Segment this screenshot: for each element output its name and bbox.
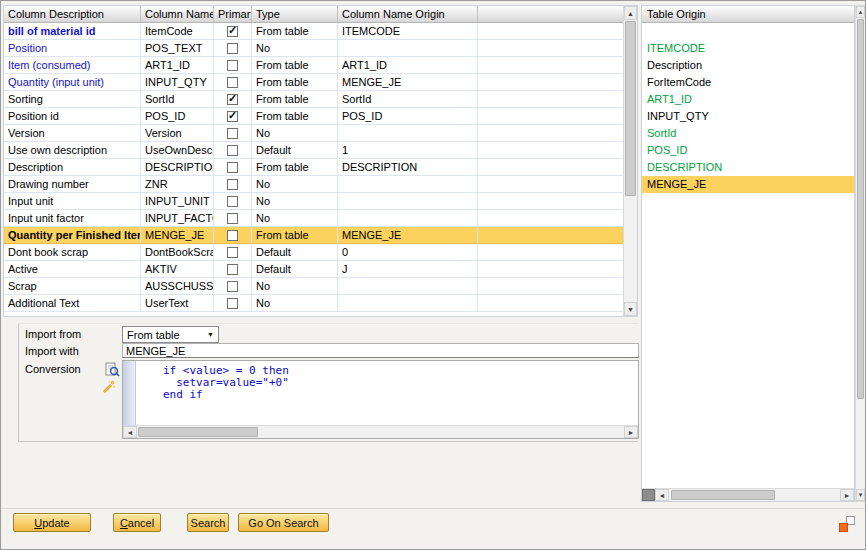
- wizard-wand-icon[interactable]: [101, 380, 116, 395]
- editor-horizontal-scrollbar[interactable]: ◄ ►: [123, 425, 638, 438]
- cell-column-name-origin[interactable]: 0: [338, 244, 478, 261]
- chevron-down-icon[interactable]: ▼: [207, 331, 218, 338]
- panel-scroll-thumb[interactable]: [857, 19, 864, 399]
- origin-list-item[interactable]: ForItemCode: [642, 74, 854, 91]
- scroll-right-icon[interactable]: ►: [840, 489, 854, 501]
- cell-column-description[interactable]: Quantity per Finished Item: [4, 227, 141, 244]
- cell-column-name[interactable]: DESCRIPTION: [141, 159, 214, 176]
- origin-list-item[interactable]: SortId: [642, 125, 854, 142]
- col-header-type[interactable]: Type: [252, 6, 338, 22]
- cell-type[interactable]: From table: [252, 227, 338, 244]
- cell-column-description[interactable]: Position: [4, 40, 141, 57]
- scroll-up-icon[interactable]: ▲: [856, 6, 865, 18]
- cell-column-name-origin[interactable]: [338, 295, 478, 312]
- grid-row[interactable]: Additional Text UserText No: [4, 295, 623, 312]
- cell-column-name[interactable]: AKTIV: [141, 261, 214, 278]
- cell-type[interactable]: From table: [252, 108, 338, 125]
- primary-checkbox[interactable]: [227, 43, 238, 54]
- cell-column-description[interactable]: Input unit factor: [4, 210, 141, 227]
- col-header-column-name[interactable]: Column Name: [141, 6, 214, 22]
- import-from-select[interactable]: From table ▼: [122, 326, 219, 343]
- cell-column-name[interactable]: INPUT_UNIT: [141, 193, 214, 210]
- cell-type[interactable]: From table: [252, 91, 338, 108]
- primary-checkbox[interactable]: [227, 298, 238, 309]
- cell-column-name[interactable]: SortId: [141, 91, 214, 108]
- cell-column-name-origin[interactable]: [338, 278, 478, 295]
- conversion-code-editor[interactable]: if <value> = 0 then setvar=value="+0" en…: [122, 360, 639, 439]
- primary-checkbox[interactable]: [227, 230, 238, 241]
- cell-type[interactable]: No: [252, 176, 338, 193]
- cell-column-name-origin[interactable]: MENGE_JE: [338, 74, 478, 91]
- cell-type[interactable]: From table: [252, 57, 338, 74]
- primary-checkbox[interactable]: [227, 128, 238, 139]
- grid-row[interactable]: Description DESCRIPTION From table DESCR…: [4, 159, 623, 176]
- origin-list-item[interactable]: INPUT_QTY: [642, 108, 854, 125]
- primary-checkbox[interactable]: [227, 77, 238, 88]
- grid-row[interactable]: Active AKTIV Default J: [4, 261, 623, 278]
- grid-scroll-track[interactable]: [624, 20, 637, 302]
- cell-column-description[interactable]: Scrap: [4, 278, 141, 295]
- grid-row[interactable]: Item (consumed) ART1_ID From table ART1_…: [4, 57, 623, 74]
- cell-column-description[interactable]: Sorting: [4, 91, 141, 108]
- cell-column-name[interactable]: POS_ID: [141, 108, 214, 125]
- cancel-button[interactable]: Cancel: [113, 513, 161, 532]
- cell-type[interactable]: No: [252, 125, 338, 142]
- cell-column-description[interactable]: Version: [4, 125, 141, 142]
- cell-type[interactable]: Default: [252, 261, 338, 278]
- cell-column-name[interactable]: POS_TEXT: [141, 40, 214, 57]
- cell-type[interactable]: No: [252, 210, 338, 227]
- cell-column-description[interactable]: Drawing number: [4, 176, 141, 193]
- cell-column-description[interactable]: Dont book scrap: [4, 244, 141, 261]
- cell-column-name-origin[interactable]: MENGE_JE: [338, 227, 478, 244]
- cell-column-name[interactable]: Version: [141, 125, 214, 142]
- grid-row[interactable]: Scrap AUSSCHUSS No: [4, 278, 623, 295]
- cell-column-description[interactable]: Use own description: [4, 142, 141, 159]
- cell-column-name[interactable]: ZNR: [141, 176, 214, 193]
- cell-type[interactable]: No: [252, 295, 338, 312]
- grid-row[interactable]: Position POS_TEXT No: [4, 40, 623, 57]
- grid-row[interactable]: Input unit factor INPUT_FACTO No: [4, 210, 623, 227]
- cell-column-description[interactable]: bill of material id: [4, 23, 141, 40]
- cell-column-description[interactable]: Position id: [4, 108, 141, 125]
- grid-row[interactable]: Version Version No: [4, 125, 623, 142]
- cell-column-name-origin[interactable]: ITEMCODE: [338, 23, 478, 40]
- scroll-left-icon[interactable]: ◄: [123, 426, 137, 438]
- origin-horizontal-scrollbar[interactable]: ◄ ►: [642, 488, 854, 501]
- primary-checkbox[interactable]: [227, 145, 238, 156]
- cell-column-description[interactable]: Quantity (input unit): [4, 74, 141, 91]
- cell-type[interactable]: Default: [252, 244, 338, 261]
- cell-column-name-origin[interactable]: 1: [338, 142, 478, 159]
- search-button[interactable]: Search: [187, 513, 229, 532]
- primary-checkbox[interactable]: [227, 26, 238, 37]
- primary-checkbox[interactable]: [227, 196, 238, 207]
- cell-column-name[interactable]: MENGE_JE: [141, 227, 214, 244]
- editor-scroll-track[interactable]: [137, 426, 624, 438]
- cell-column-name-origin[interactable]: SortId: [338, 91, 478, 108]
- grid-row[interactable]: Use own description UseOwnDescri Default…: [4, 142, 623, 159]
- primary-checkbox[interactable]: [227, 111, 238, 122]
- cell-column-description[interactable]: Description: [4, 159, 141, 176]
- cell-column-description[interactable]: Active: [4, 261, 141, 278]
- cell-column-name[interactable]: INPUT_QTY: [141, 74, 214, 91]
- code-line[interactable]: setvar=value="+0": [163, 377, 638, 389]
- primary-checkbox[interactable]: [227, 264, 238, 275]
- scroll-up-icon[interactable]: ▲: [624, 6, 637, 20]
- cell-column-name[interactable]: INPUT_FACTO: [141, 210, 214, 227]
- resize-grip-icon[interactable]: [839, 516, 855, 532]
- panel-vertical-scrollbar[interactable]: ▲ ▼: [855, 5, 866, 502]
- preview-conversion-icon[interactable]: [105, 362, 120, 377]
- grid-row[interactable]: Quantity (input unit) INPUT_QTY From tab…: [4, 74, 623, 91]
- cell-column-name[interactable]: UserText: [141, 295, 214, 312]
- scroll-left-icon[interactable]: ◄: [655, 489, 669, 501]
- primary-checkbox[interactable]: [227, 247, 238, 258]
- origin-list-item[interactable]: ITEMCODE: [642, 40, 854, 57]
- cell-column-name-origin[interactable]: [338, 176, 478, 193]
- primary-checkbox[interactable]: [227, 60, 238, 71]
- cell-column-name-origin[interactable]: J: [338, 261, 478, 278]
- grid-row[interactable]: Input unit INPUT_UNIT No: [4, 193, 623, 210]
- cell-type[interactable]: No: [252, 278, 338, 295]
- cell-column-name-origin[interactable]: DESCRIPTION: [338, 159, 478, 176]
- origin-list-item[interactable]: Description: [642, 57, 854, 74]
- code-line[interactable]: end if: [163, 389, 638, 401]
- cell-column-name-origin[interactable]: POS_ID: [338, 108, 478, 125]
